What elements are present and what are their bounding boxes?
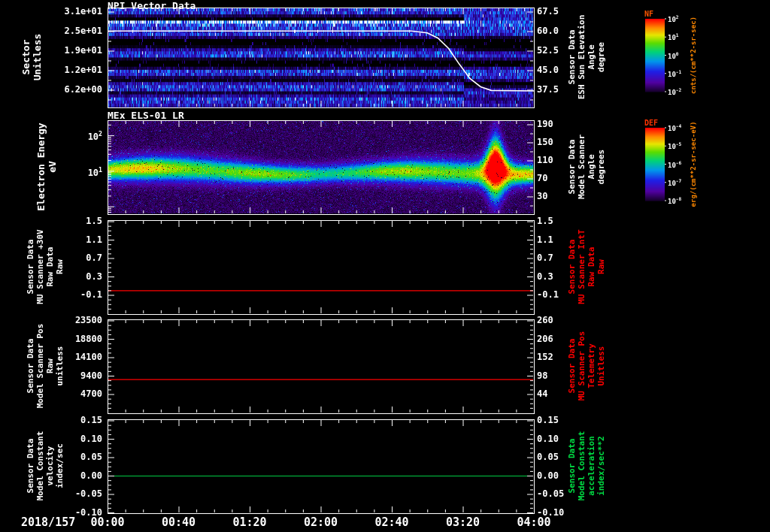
p1-left-tick: 6.2e+00	[44, 85, 102, 95]
p1-left-tick: 2.5e+01	[44, 26, 102, 36]
panel1-title: NPI Vector Data	[108, 1, 196, 12]
p1-left-tick: 1.2e+01	[44, 65, 102, 75]
p5-left-axis-title: Sensor Data Model Constant velocity inde…	[26, 402, 65, 530]
x-axis-tick: 00:40	[156, 516, 202, 529]
x-axis-tick: 02:40	[369, 516, 414, 529]
x-axis-tick: 01:20	[227, 516, 272, 529]
p1-left-tick: 3.1e+01	[44, 7, 102, 17]
x-axis-tick: 02:00	[299, 516, 344, 529]
plot-figure: NPI Vector Data MEx ELS-01 LR 2018/157 3…	[0, 0, 770, 532]
x-axis-tick: 04:00	[511, 516, 556, 529]
x-axis-tick: 00:00	[85, 516, 130, 529]
p5-right-axis-title: Sensor Data Model Constant acceleration …	[567, 402, 606, 530]
colorbar2-units: erg/(cm**2-sr-sec-eV)	[690, 108, 698, 221]
plot-canvas	[0, 0, 770, 532]
colorbar1-units: cnts/(cm**2-sr-sec)	[690, 0, 698, 112]
panel2-title: MEx ELS-01 LR	[108, 110, 184, 122]
p1-left-tick: 1.9e+01	[44, 46, 102, 56]
x-axis-tick: 03:20	[441, 516, 486, 529]
